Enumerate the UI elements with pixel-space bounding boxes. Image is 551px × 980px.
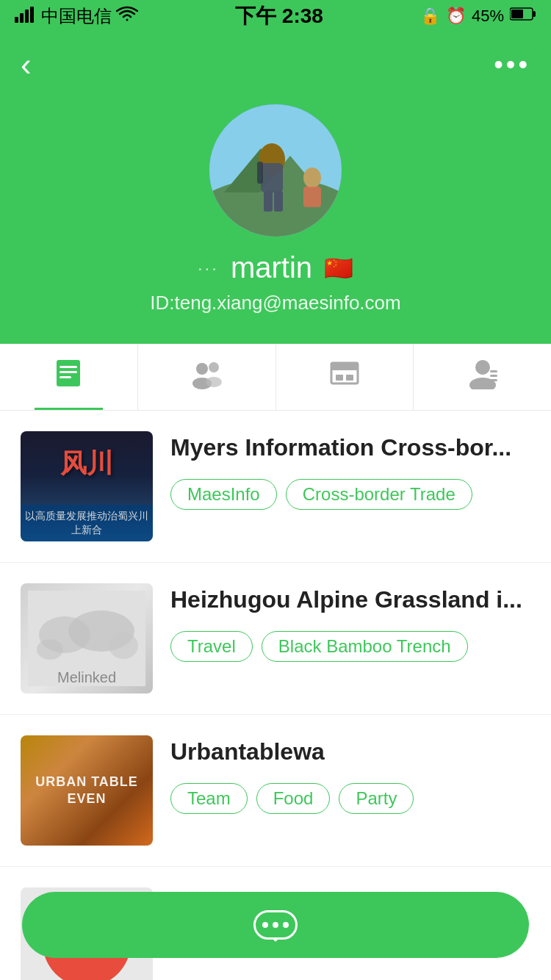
chat-button[interactable] xyxy=(22,892,529,958)
bottom-bar xyxy=(0,877,551,980)
tag-crossborder: Cross-border Trade xyxy=(286,479,472,510)
back-button[interactable]: ‹ xyxy=(21,48,32,81)
profile-flag: 🇨🇳 xyxy=(324,254,353,282)
svg-rect-27 xyxy=(331,363,358,370)
profile-username: martin xyxy=(231,251,312,284)
profile-dots: ··· xyxy=(198,258,219,278)
svg-rect-15 xyxy=(274,191,283,212)
list-item[interactable]: 风川 以高质量发展推动治蜀兴川上新合 Myers Information Cro… xyxy=(0,411,551,563)
avatar[interactable] xyxy=(209,104,342,237)
urban-thumb-text: URBAN TABLE EVEN xyxy=(29,774,144,808)
myers-thumbnail: 风川 以高质量发展推动治蜀兴川上新合 xyxy=(21,431,153,541)
status-time: 下午 2:38 xyxy=(235,2,323,30)
alarm-icon: ⏰ xyxy=(446,7,466,26)
wifi-icon xyxy=(116,5,138,27)
tab-posts[interactable] xyxy=(0,344,138,410)
battery-percent: 45% xyxy=(472,7,504,26)
svg-rect-13 xyxy=(257,162,263,184)
myers-title: Myers Information Cross-bor... xyxy=(170,431,530,464)
svg-point-16 xyxy=(303,167,321,188)
svg-rect-17 xyxy=(303,187,321,207)
more-button[interactable]: ••• xyxy=(494,49,530,80)
lock-icon: 🔒 xyxy=(420,7,440,26)
status-left: 中国电信 xyxy=(15,4,138,28)
carrier-name: 中国电信 xyxy=(41,4,112,28)
svg-rect-34 xyxy=(490,379,497,381)
urban-title: Urbantablewa xyxy=(170,735,530,768)
myers-content: Myers Information Cross-bor... MaesInfo … xyxy=(170,431,530,510)
battery-icon xyxy=(510,7,536,26)
svg-point-24 xyxy=(209,362,219,372)
tag-blackbamboo: Black Bamboo Trench xyxy=(262,631,468,662)
svg-rect-1 xyxy=(20,13,24,23)
heizhugou-thumbnail: Melinked xyxy=(21,583,153,693)
tab-org[interactable] xyxy=(276,344,414,410)
svg-rect-5 xyxy=(533,11,536,17)
chat-icon xyxy=(253,910,298,940)
svg-rect-28 xyxy=(336,375,343,381)
svg-rect-14 xyxy=(264,191,273,212)
tag-maesinfo: MaesInfo xyxy=(170,479,277,510)
header: ‹ ••• xyxy=(0,32,551,97)
profile-name-row: ··· martin 🇨🇳 xyxy=(198,251,353,284)
heizhugou-content: Heizhugou Alpine Grassland i... Travel B… xyxy=(170,583,530,662)
tag-food: Food xyxy=(256,783,331,814)
profile-section: ··· martin 🇨🇳 ID:teng.xiang@maesinfo.com xyxy=(0,97,551,344)
heizhugou-tags: Travel Black Bamboo Trench xyxy=(170,631,530,662)
posts-icon xyxy=(52,357,84,397)
svg-rect-19 xyxy=(60,366,77,368)
list-item[interactable]: URBAN TABLE EVEN Urbantablewa Team Food … xyxy=(0,715,551,867)
svg-point-38 xyxy=(109,633,138,659)
urban-thumbnail: URBAN TABLE EVEN xyxy=(21,735,153,846)
svg-point-30 xyxy=(475,360,490,375)
tag-party: Party xyxy=(339,783,414,814)
svg-rect-2 xyxy=(25,10,29,23)
urban-content: Urbantablewa Team Food Party xyxy=(170,735,530,814)
svg-rect-6 xyxy=(511,10,523,18)
svg-point-22 xyxy=(196,363,208,375)
tag-travel: Travel xyxy=(170,631,253,662)
list-item[interactable]: Melinked Heizhugou Alpine Grassland i...… xyxy=(0,563,551,715)
svg-point-25 xyxy=(206,377,222,387)
svg-rect-20 xyxy=(60,371,77,373)
signal-icon xyxy=(15,5,37,27)
status-right: 🔒 ⏰ 45% xyxy=(420,7,536,26)
svg-rect-33 xyxy=(490,375,497,377)
urban-tags: Team Food Party xyxy=(170,783,530,814)
tab-profile[interactable] xyxy=(414,344,551,410)
svg-rect-12 xyxy=(261,163,283,192)
heizhugou-title: Heizhugou Alpine Grassland i... xyxy=(170,583,530,616)
myers-tags: MaesInfo Cross-border Trade xyxy=(170,479,530,510)
svg-rect-3 xyxy=(30,7,34,23)
svg-rect-21 xyxy=(60,376,71,378)
status-bar: 中国电信 下午 2:38 🔒 ⏰ 45% xyxy=(0,0,551,32)
profile-id: ID:teng.xiang@maesinfo.com xyxy=(150,292,400,314)
melinked-label: Melinked xyxy=(57,669,116,686)
org-icon xyxy=(328,357,361,397)
tag-team: Team xyxy=(170,783,248,814)
friends-icon xyxy=(190,357,223,397)
profile-icon xyxy=(467,357,499,397)
svg-rect-29 xyxy=(346,375,353,381)
tab-bar xyxy=(0,344,551,411)
svg-rect-32 xyxy=(490,370,497,372)
svg-point-39 xyxy=(37,639,63,660)
tab-friends[interactable] xyxy=(138,344,276,410)
svg-rect-0 xyxy=(15,17,18,23)
